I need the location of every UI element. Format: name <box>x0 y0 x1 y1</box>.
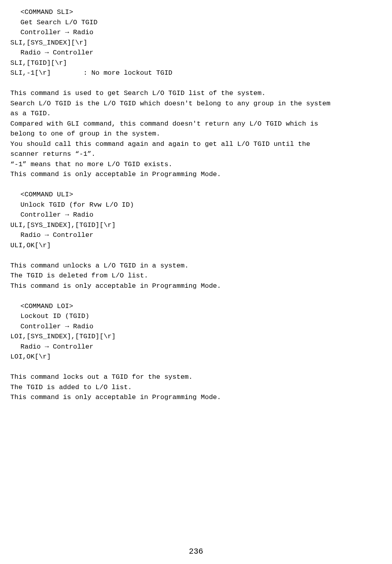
sli-desc-2: as a TGID. <box>10 109 382 119</box>
sli-controller-radio-label: Controller → Radio <box>10 27 382 38</box>
uli-controller-radio-cmd: ULI,[SYS_INDEX],[TGID][\r] <box>10 220 382 231</box>
page-number: 236 <box>10 546 382 558</box>
loi-controller-radio-cmd: LOI,[SYS_INDEX],[TGID][\r] <box>10 331 382 342</box>
loi-desc-2: This command is only acceptable in Progr… <box>10 392 382 403</box>
sli-radio-controller-cmd: SLI,[TGID][\r] <box>10 58 382 68</box>
sli-desc-3: Compared with GLI command, this command … <box>10 119 382 129</box>
loi-command-title: Lockout ID (TGID) <box>10 311 382 322</box>
uli-desc-1: The TGID is deleted from L/O list. <box>10 271 382 281</box>
sli-desc-4: belong to one of group in the system. <box>10 129 382 139</box>
uli-radio-controller-cmd: ULI,OK[\r] <box>10 240 382 251</box>
loi-controller-radio-label: Controller → Radio <box>10 322 382 332</box>
sli-desc-0: This command is used to get Search L/O T… <box>10 88 382 99</box>
sli-desc-8: This command is only acceptable in Progr… <box>10 169 382 180</box>
sli-note-cmd: SLI,-1[\r] <box>10 68 83 78</box>
uli-desc-2: This command is only acceptable in Progr… <box>10 281 382 291</box>
sli-desc-1: Search L/O TGID is the L/O TGID which do… <box>10 99 382 109</box>
uli-command-title: Unlock TGID (for Rvw L/O ID) <box>10 200 382 210</box>
sli-command-header: <COMMAND SLI> <box>10 7 382 17</box>
sli-note-desc: : No more lockout TGID <box>83 68 172 78</box>
loi-radio-controller-cmd: LOI,OK[\r] <box>10 352 382 362</box>
sli-controller-radio-cmd: SLI,[SYS_INDEX][\r] <box>10 38 382 48</box>
loi-command-header: <COMMAND LOI> <box>10 301 382 312</box>
sli-desc-6: scanner returns “-1”. <box>10 149 382 159</box>
uli-controller-radio-label: Controller → Radio <box>10 210 382 220</box>
loi-radio-controller-label: Radio → Controller <box>10 342 382 352</box>
uli-radio-controller-label: Radio → Controller <box>10 230 382 240</box>
sli-radio-controller-label: Radio → Controller <box>10 48 382 58</box>
loi-desc-1: The TGID is added to L/O list. <box>10 382 382 393</box>
sli-desc-5: You should call this command again and a… <box>10 139 382 149</box>
loi-desc-0: This command locks out a TGID for the sy… <box>10 372 382 382</box>
sli-desc-7: “-1” means that no more L/O TGID exists. <box>10 159 382 170</box>
uli-command-header: <COMMAND ULI> <box>10 190 382 200</box>
sli-note-line: SLI,-1[\r] : No more lockout TGID <box>10 68 382 78</box>
uli-desc-0: This command unlocks a L/O TGID in a sys… <box>10 261 382 271</box>
sli-command-title: Get Search L/O TGID <box>10 17 382 28</box>
